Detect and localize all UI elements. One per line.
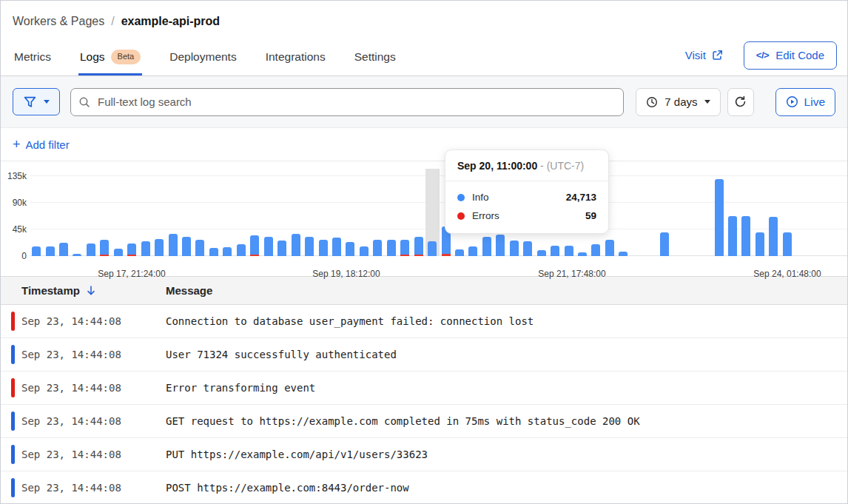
chart-bar[interactable] [155, 239, 164, 256]
log-search [70, 88, 624, 116]
chart-bar[interactable] [551, 246, 559, 256]
chart-bar[interactable] [59, 243, 68, 256]
tab-logs[interactable]: LogsBeta [78, 41, 142, 75]
tooltip-series-label: Errors [472, 210, 499, 221]
chart-plot-area: 045k90k135k [1, 171, 847, 256]
tooltip-divider [445, 181, 608, 181]
chart-bar[interactable] [428, 241, 437, 256]
log-row[interactable]: Sep 23, 14:44:08POST https://example.com… [1, 471, 847, 504]
log-row[interactable]: Sep 23, 14:44:08Connection to database u… [1, 305, 847, 338]
chart-bar[interactable] [400, 240, 409, 256]
chart-bar[interactable] [537, 250, 546, 256]
time-range-button[interactable]: 7 days [636, 88, 720, 116]
log-message: GET request to https://example.com compl… [166, 415, 847, 427]
log-message: User 71324 successfully authenticated [166, 349, 847, 360]
chart-bar[interactable] [510, 241, 519, 256]
chart-bar[interactable] [319, 240, 328, 256]
chart-bar[interactable] [32, 246, 41, 256]
severity-indicator-error [11, 378, 15, 397]
tabs: MetricsLogsBetaDeploymentsIntegrationsSe… [13, 41, 423, 75]
chart-bar[interactable] [209, 248, 218, 256]
chart-bar[interactable] [360, 246, 369, 256]
chart-bar[interactable] [756, 232, 764, 256]
chart-bar[interactable] [237, 244, 246, 256]
chart-bar[interactable] [455, 249, 464, 256]
chart-bar[interactable] [114, 249, 123, 256]
breadcrumb-workers-pages-link[interactable]: Workers & Pages [13, 15, 104, 28]
chart-bar[interactable] [783, 232, 792, 256]
chart-bar[interactable] [332, 238, 341, 256]
log-row[interactable]: Sep 23, 14:44:08Error transforming event [1, 372, 847, 405]
chart-bar[interactable] [591, 244, 600, 256]
beta-badge: Beta [111, 50, 141, 64]
chart-bar-error-segment [400, 255, 409, 256]
chart-bar[interactable] [87, 243, 95, 256]
log-filter-toolbar: 7 days Live [1, 76, 847, 128]
chart-bar-error-segment [250, 255, 259, 256]
chart-bar-error-segment [127, 255, 136, 256]
chart-bar[interactable] [728, 216, 737, 256]
y-axis-label-45k: 45k [2, 224, 27, 235]
chart-bar[interactable] [141, 241, 150, 256]
log-message: PUT https://example.com/api/v1/users/336… [166, 448, 847, 460]
chart-bar[interactable] [523, 241, 532, 256]
chart-bar[interactable] [46, 246, 55, 256]
tooltip-series-value: 24,713 [566, 192, 596, 203]
chart-bar[interactable] [496, 235, 505, 256]
tab-metrics[interactable]: Metrics [13, 41, 53, 75]
chart-bar[interactable] [715, 179, 724, 256]
chart-bar[interactable] [619, 252, 627, 256]
chart-bar-error-segment [442, 254, 451, 256]
filter-dropdown-button[interactable] [13, 88, 60, 115]
chart-tooltip: Sep 20, 11:00:00 - (UTC-7) Info24,713Err… [445, 149, 609, 234]
x-axis-label: Sep 19, 18:12:00 [312, 269, 380, 279]
tab-integrations[interactable]: Integrations [264, 41, 327, 75]
add-filter-button[interactable]: + Add filter [13, 138, 70, 151]
chevron-down-icon [44, 100, 50, 104]
column-header-timestamp[interactable]: Timestamp [1, 284, 166, 297]
visit-link[interactable]: Visit [685, 49, 723, 61]
tab-deployments[interactable]: Deployments [168, 41, 238, 75]
chart-bar[interactable] [292, 234, 300, 256]
tooltip-row-errors: Errors59 [457, 206, 596, 225]
chart-bar[interactable] [250, 235, 259, 256]
chart-bar[interactable] [223, 247, 232, 256]
log-row[interactable]: Sep 23, 14:44:08GET request to https://e… [1, 405, 847, 438]
x-axis-label: Sep 21, 17:48:00 [538, 269, 605, 279]
chart-bar[interactable] [482, 237, 491, 256]
log-timestamp: Sep 23, 14:44:08 [1, 382, 166, 394]
chart-bar[interactable] [169, 234, 178, 256]
chart-bar[interactable] [277, 241, 286, 256]
chart-bar[interactable] [182, 237, 191, 256]
chart-bar[interactable] [565, 246, 573, 256]
time-range-label: 7 days [664, 95, 697, 108]
chart-bar[interactable] [305, 237, 314, 256]
column-header-message: Message [166, 284, 847, 297]
log-row[interactable]: Sep 23, 14:44:08PUT https://example.com/… [1, 438, 847, 471]
chart-bar[interactable] [769, 217, 778, 256]
log-row[interactable]: Sep 23, 14:44:08User 71324 successfully … [1, 338, 847, 372]
chart-bar[interactable] [578, 252, 587, 256]
chart-bar[interactable] [127, 243, 136, 256]
log-table: Timestamp Message Sep 23, 14:44:08Connec… [1, 276, 847, 504]
log-timestamp: Sep 23, 14:44:08 [1, 482, 166, 494]
chart-bar[interactable] [73, 254, 81, 256]
chart-bar[interactable] [195, 240, 204, 256]
chart-bar[interactable] [414, 237, 423, 256]
chart-bar[interactable] [660, 232, 669, 256]
search-input[interactable] [70, 88, 624, 116]
chart-bar[interactable] [264, 237, 273, 256]
sort-descending-icon [86, 285, 96, 296]
tab-settings[interactable]: Settings [353, 41, 397, 75]
edit-code-button[interactable]: </> Edit Code [744, 41, 837, 70]
chart-bar[interactable] [605, 240, 614, 256]
chart-bar[interactable] [100, 240, 109, 256]
chart-bar[interactable] [373, 240, 382, 256]
chart-bar[interactable] [741, 216, 750, 256]
log-table-header: Timestamp Message [1, 277, 847, 305]
chart-bar[interactable] [468, 246, 477, 256]
refresh-button[interactable] [727, 88, 754, 116]
chart-bar[interactable] [387, 240, 396, 256]
live-button[interactable]: Live [775, 88, 835, 116]
chart-bar[interactable] [346, 242, 354, 256]
